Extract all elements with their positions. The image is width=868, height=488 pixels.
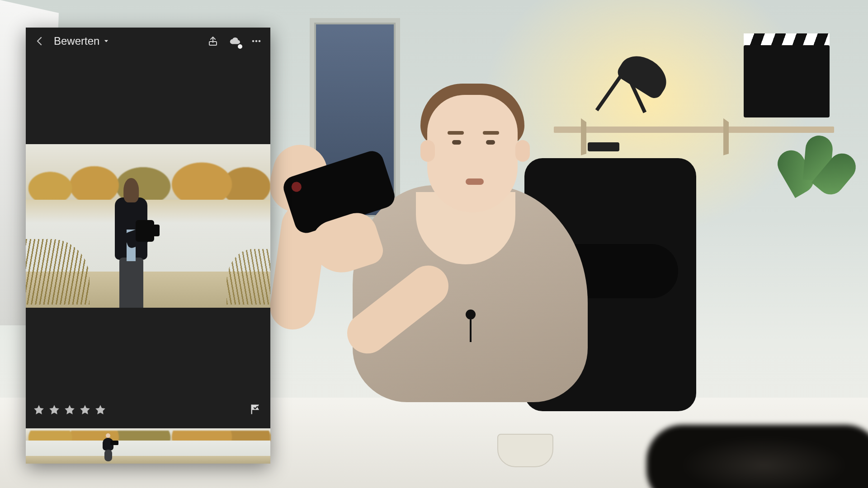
view-mode-dropdown[interactable]: Bewerten	[54, 35, 109, 47]
star-icon	[64, 404, 75, 416]
share-icon	[208, 36, 218, 47]
rating-bar	[26, 399, 270, 421]
back-icon	[34, 36, 45, 47]
svg-point-1	[252, 40, 255, 42]
lavalier-mic	[466, 310, 476, 319]
top-toolbar: Bewerten	[26, 28, 270, 55]
star-5[interactable]	[94, 404, 106, 416]
more-button[interactable]	[249, 33, 264, 49]
star-3[interactable]	[64, 404, 75, 416]
photo-preview[interactable]	[26, 144, 270, 308]
svg-point-3	[259, 40, 261, 42]
chevron-down-icon	[103, 38, 109, 44]
preview-scene	[26, 144, 270, 308]
star-4[interactable]	[79, 404, 91, 416]
sync-status-dot	[237, 43, 243, 50]
share-button[interactable]	[205, 33, 221, 49]
star-1[interactable]	[33, 404, 45, 416]
coffee-cup	[497, 434, 553, 467]
flag-picked-icon	[250, 403, 262, 416]
star-icon	[33, 404, 45, 416]
presenter	[271, 68, 687, 438]
lightroom-mobile-app: Bewerten	[26, 28, 270, 464]
cloud-sync-button[interactable]	[227, 33, 242, 49]
filmstrip[interactable]	[26, 428, 270, 464]
more-icon	[251, 36, 262, 47]
star-2[interactable]	[48, 404, 60, 416]
star-icon	[48, 404, 60, 416]
flag-button[interactable]	[250, 403, 263, 417]
plant	[778, 136, 859, 208]
back-button[interactable]	[32, 33, 47, 49]
view-mode-label: Bewerten	[54, 35, 99, 47]
clapperboard	[744, 45, 830, 117]
star-icon	[94, 404, 106, 416]
star-icon	[79, 404, 91, 416]
svg-point-2	[255, 40, 258, 42]
thumbnail-5[interactable]	[222, 428, 270, 464]
